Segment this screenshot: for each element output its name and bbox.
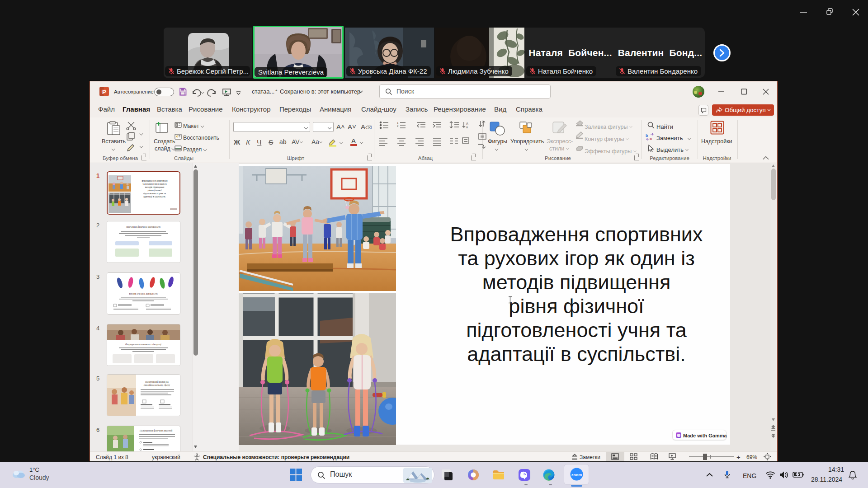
svg-text:та рухових ігор як один із: та рухових ігор як один із [142, 183, 166, 185]
svg-text:методів підвищення: методів підвищення [145, 186, 165, 188]
svg-text:Значення фізичної активності: Значення фізичної активності [126, 225, 160, 228]
svg-text:я: я [466, 126, 468, 129]
svg-text:P: P [102, 89, 106, 95]
svg-text:Формування навичок співпраці: Формування навичок співпраці [125, 343, 161, 346]
svg-text:Поліпшення фізичних якостей: Поліпшення фізичних якостей [140, 429, 173, 432]
svg-text:1: 1 [397, 122, 399, 124]
svg-text:Впровадження спортивних: Впровадження спортивних [142, 180, 168, 182]
svg-text:рівня фізичної: рівня фізичної [148, 189, 162, 192]
svg-text:b: b [646, 133, 648, 138]
svg-text:2: 2 [397, 125, 399, 127]
svg-text:підготовленості учня та: підготовленості учня та [143, 192, 166, 195]
svg-text:емоційно-вольову сферу: емоційно-вольову сферу [144, 384, 170, 386]
svg-text:А: А [466, 122, 468, 125]
svg-text:Позитивний вплив на: Позитивний вплив на [145, 380, 169, 383]
svg-text:Вплив ігрової діяльності: Вплив ігрової діяльності [129, 292, 158, 295]
svg-text:c: c [650, 136, 652, 141]
svg-text:адаптації в суспільстві.: адаптації в суспільстві. [143, 196, 165, 198]
svg-text:zoom: zoom [571, 473, 582, 477]
